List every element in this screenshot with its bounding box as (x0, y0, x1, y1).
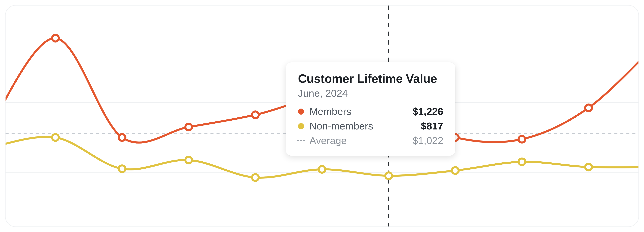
tooltip-value: $1,226 (412, 106, 443, 117)
tooltip-row-nonmembers: Non-members $817 (298, 120, 443, 132)
swatch-icon (298, 109, 304, 115)
tooltip-row-average: Average $1,022 (298, 135, 443, 146)
data-point[interactable] (185, 124, 192, 130)
tooltip-label: Average (310, 135, 407, 146)
data-point[interactable] (52, 35, 59, 41)
chart-tooltip: Customer Lifetime Value June, 2024 Membe… (286, 62, 455, 156)
data-point[interactable] (518, 158, 525, 165)
tooltip-value: $817 (421, 120, 443, 132)
swatch-icon (298, 123, 304, 129)
data-point[interactable] (252, 112, 259, 118)
data-point[interactable] (252, 174, 259, 181)
data-point[interactable] (585, 105, 592, 111)
data-point[interactable] (119, 165, 126, 172)
dash-icon (297, 138, 305, 144)
data-point[interactable] (119, 134, 126, 141)
tooltip-label: Non-members (310, 120, 416, 132)
chart-card: Customer Lifetime Value June, 2024 Membe… (5, 5, 639, 227)
data-point[interactable] (52, 134, 59, 141)
data-point[interactable] (385, 172, 392, 179)
data-point[interactable] (319, 166, 325, 173)
data-point[interactable] (452, 167, 459, 174)
tooltip-row-members: Members $1,226 (298, 106, 443, 117)
tooltip-value: $1,022 (412, 135, 443, 146)
tooltip-label: Members (310, 106, 407, 117)
data-point[interactable] (185, 157, 192, 163)
data-point[interactable] (518, 136, 525, 142)
data-point[interactable] (585, 164, 592, 170)
tooltip-subtitle: June, 2024 (298, 88, 443, 99)
tooltip-title: Customer Lifetime Value (298, 72, 443, 86)
